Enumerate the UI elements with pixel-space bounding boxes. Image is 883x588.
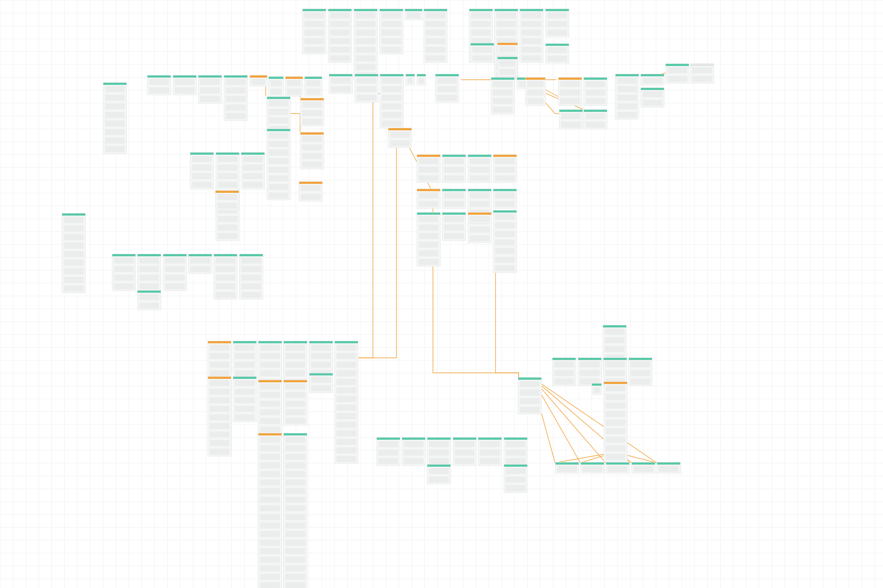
node-smallG[interactable] bbox=[299, 181, 323, 201]
node-bigCl3b[interactable] bbox=[258, 380, 282, 434]
node-r0c4[interactable] bbox=[405, 9, 423, 20]
node-g1c[interactable] bbox=[198, 75, 222, 104]
node-header bbox=[163, 254, 186, 256]
node-leaf0[interactable] bbox=[555, 462, 579, 474]
node-rR4[interactable] bbox=[583, 77, 607, 106]
node-cl2d[interactable] bbox=[215, 190, 239, 210]
node-h1[interactable] bbox=[470, 43, 494, 63]
node-bigTall1[interactable] bbox=[283, 433, 307, 588]
node-rowA5[interactable] bbox=[239, 254, 263, 300]
node-g1g[interactable] bbox=[285, 76, 303, 96]
node-leaf3[interactable] bbox=[631, 462, 655, 474]
node-rowA0[interactable] bbox=[112, 254, 136, 291]
node-g1j[interactable] bbox=[300, 98, 324, 126]
node-midGrid1[interactable] bbox=[442, 154, 466, 183]
node-midGrid10[interactable] bbox=[442, 212, 466, 241]
node-g1a[interactable] bbox=[147, 75, 171, 95]
node-mid3[interactable] bbox=[405, 74, 415, 85]
node-row bbox=[470, 158, 490, 164]
node-g1k[interactable] bbox=[300, 132, 324, 169]
node-midGrid4[interactable] bbox=[417, 189, 441, 209]
node-bigCl2b[interactable] bbox=[233, 376, 257, 422]
node-rR3[interactable] bbox=[558, 77, 582, 106]
node-botR3[interactable] bbox=[453, 437, 477, 466]
node-row bbox=[419, 225, 438, 231]
node-rowA1b[interactable] bbox=[137, 290, 161, 310]
node-rightR0[interactable] bbox=[552, 357, 576, 386]
node-row bbox=[269, 158, 288, 164]
node-midGrid2[interactable] bbox=[468, 154, 492, 183]
node-rR8[interactable] bbox=[640, 87, 664, 108]
node-leaf1[interactable] bbox=[580, 462, 604, 474]
node-mid1[interactable] bbox=[354, 74, 378, 102]
node-rightR3[interactable] bbox=[628, 357, 652, 386]
node-leaf4[interactable] bbox=[657, 462, 681, 474]
node-r0c1[interactable] bbox=[328, 9, 352, 63]
node-row bbox=[269, 141, 288, 147]
node-rowA4[interactable] bbox=[213, 254, 237, 300]
node-midGrid0[interactable] bbox=[417, 154, 441, 183]
node-rowA2[interactable] bbox=[163, 254, 187, 291]
node-r0r2[interactable] bbox=[520, 9, 544, 63]
node-r0c2[interactable] bbox=[354, 9, 378, 80]
node-rR2[interactable] bbox=[525, 77, 546, 106]
node-bigTall0[interactable] bbox=[258, 433, 282, 588]
node-midGrid8[interactable] bbox=[493, 210, 517, 273]
node-midGrid7[interactable] bbox=[493, 189, 517, 209]
node-rightR1[interactable] bbox=[578, 357, 602, 386]
node-rightTall[interactable] bbox=[604, 381, 628, 462]
node-g1e[interactable] bbox=[249, 75, 267, 87]
node-g1b[interactable] bbox=[173, 75, 197, 95]
node-rightSmall[interactable] bbox=[592, 383, 602, 395]
node-rowA3[interactable] bbox=[188, 254, 212, 274]
node-g1d[interactable] bbox=[224, 75, 248, 121]
node-far1[interactable] bbox=[690, 63, 714, 84]
node-r0c0[interactable] bbox=[302, 9, 326, 54]
node-row bbox=[608, 466, 628, 472]
node-botR5[interactable] bbox=[504, 437, 528, 466]
node-solo[interactable] bbox=[62, 213, 86, 293]
node-cl2e[interactable] bbox=[267, 129, 291, 200]
node-mid5[interactable] bbox=[435, 74, 459, 102]
node-h3[interactable] bbox=[497, 57, 518, 77]
node-far0[interactable] bbox=[665, 63, 689, 84]
node-r0c3[interactable] bbox=[379, 9, 403, 54]
node-midGrid9[interactable] bbox=[417, 212, 441, 267]
node-bigCl5[interactable] bbox=[309, 341, 333, 378]
node-bigCl6[interactable] bbox=[334, 341, 358, 464]
node-botR1[interactable] bbox=[402, 437, 426, 466]
node-rR4b[interactable] bbox=[583, 109, 607, 129]
node-cl2a[interactable] bbox=[190, 152, 214, 189]
node-bigCl1[interactable] bbox=[207, 376, 231, 456]
node-leftTall[interactable] bbox=[103, 82, 127, 154]
node-r0r3b[interactable] bbox=[545, 43, 569, 63]
node-g1i[interactable] bbox=[267, 96, 291, 134]
node-botR0[interactable] bbox=[376, 437, 400, 466]
node-cl2c[interactable] bbox=[241, 152, 265, 189]
node-bigCl5b[interactable] bbox=[309, 373, 333, 393]
node-hub[interactable] bbox=[518, 377, 542, 414]
node-rR6[interactable] bbox=[615, 74, 639, 120]
node-leaf2[interactable] bbox=[606, 462, 630, 474]
node-rR5[interactable] bbox=[559, 109, 583, 129]
node-midGrid5[interactable] bbox=[442, 189, 466, 209]
node-rowA1[interactable] bbox=[137, 254, 161, 291]
node-bigCl0[interactable] bbox=[207, 341, 231, 378]
node-midGrid11[interactable] bbox=[468, 212, 492, 224]
node-r0r3[interactable] bbox=[545, 9, 569, 37]
node-mid2[interactable] bbox=[380, 74, 404, 128]
node-mid4[interactable] bbox=[417, 74, 426, 85]
node-rR0[interactable] bbox=[491, 77, 515, 114]
node-botR5b[interactable] bbox=[504, 464, 528, 493]
node-r0c5[interactable] bbox=[423, 9, 448, 63]
node-h2[interactable] bbox=[497, 42, 518, 54]
node-botR2[interactable] bbox=[427, 437, 451, 466]
node-mid0[interactable] bbox=[329, 74, 353, 94]
node-bigCl4b[interactable] bbox=[283, 380, 307, 426]
node-g1h[interactable] bbox=[304, 76, 322, 96]
node-midGrid3[interactable] bbox=[493, 154, 517, 183]
node-rR7[interactable] bbox=[640, 74, 664, 85]
node-botR2b[interactable] bbox=[427, 464, 451, 484]
node-subG[interactable] bbox=[388, 128, 412, 148]
node-botR4[interactable] bbox=[478, 437, 502, 466]
